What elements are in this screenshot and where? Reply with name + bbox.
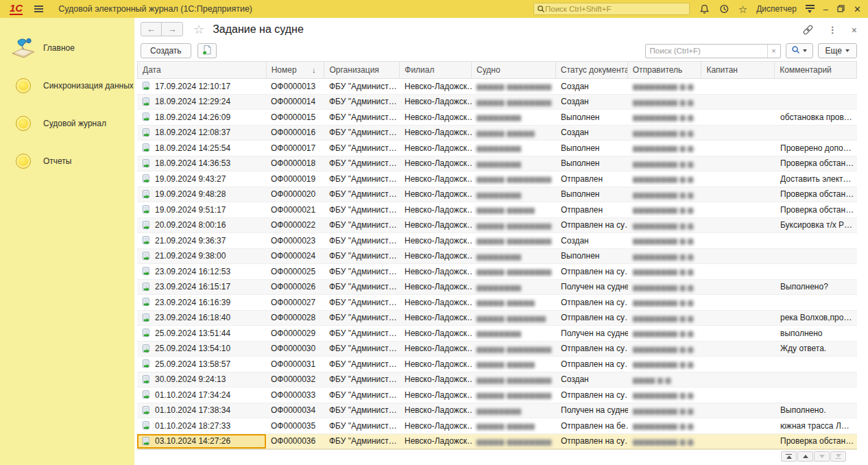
clear-search-icon[interactable]: × [767, 45, 780, 58]
table-row[interactable]: 25.09.2024 13:51:44ОФ0000029ФБУ "Админис… [137, 326, 857, 342]
cell-captain[interactable] [702, 233, 775, 248]
cell-branch[interactable]: Невско-Ладожск… [400, 233, 472, 248]
cell-branch[interactable]: Невско-Ладожск… [400, 388, 472, 403]
cell-comment[interactable] [775, 95, 857, 110]
global-search-box[interactable] [533, 3, 690, 15]
cell-date[interactable]: 18.09.2024 14:36:53 [137, 156, 266, 171]
table-row[interactable]: 23.09.2024 16:15:17ОФ0000026ФБУ "Админис… [137, 280, 857, 296]
cell-vessel[interactable]: ▆▆▆▆▆▆▆▆ [472, 187, 556, 202]
cell-branch[interactable]: Невско-Ладожск… [400, 110, 472, 125]
cell-vessel[interactable]: ▆▆▆▆▆ ▆▆▆▆▆▆▆ [472, 311, 556, 326]
cell-org[interactable]: ФБУ "Админист… [324, 434, 400, 449]
cell-status[interactable]: Выполнен [556, 249, 628, 264]
table-row[interactable]: 25.09.2024 13:58:57ОФ0000031ФБУ "Админис… [137, 357, 857, 372]
cell-branch[interactable]: Невско-Ладожск… [400, 342, 472, 357]
cell-number[interactable]: ОФ0000036 [266, 434, 324, 449]
cell-number[interactable]: ОФ0000027 [266, 295, 324, 310]
cell-number[interactable]: ОФ0000022 [266, 218, 324, 233]
table-row[interactable]: 19.09.2024 9:43:27ОФ0000019ФБУ "Админист… [137, 171, 857, 187]
cell-vessel[interactable]: ▆▆▆▆▆ ▆▆▆▆▆ [472, 126, 556, 141]
cell-vessel[interactable]: ▆▆▆▆▆▆▆▆ [472, 280, 556, 295]
cell-date[interactable]: 23.09.2024 16:15:17 [137, 280, 266, 295]
cell-branch[interactable]: Невско-Ладожск… [400, 434, 472, 449]
cell-date[interactable]: 23.09.2024 16:16:39 [137, 295, 266, 310]
table-row[interactable]: 30.09.2024 9:24:13ОФ0000032ФБУ "Админист… [137, 372, 857, 388]
table-row[interactable]: 17.09.2024 12:10:17ОФ0000013ФБУ "Админис… [137, 79, 857, 95]
cell-captain[interactable] [702, 264, 775, 279]
cell-comment[interactable]: Проверка обстан… [775, 202, 857, 217]
cell-captain[interactable] [702, 280, 775, 295]
cell-sender[interactable]: ▆▆▆▆▆▆▆▆ ▆.▆. [628, 202, 702, 217]
cell-captain[interactable] [702, 326, 775, 341]
cell-branch[interactable]: Невско-Ладожск… [400, 218, 472, 233]
cell-vessel[interactable]: ▆▆▆▆▆ ▆▆▆▆▆▆▆▆ [472, 372, 556, 388]
cell-status[interactable]: Создан [556, 79, 628, 94]
cell-comment[interactable]: Буксировка т/х Р… [775, 218, 857, 233]
cell-branch[interactable]: Невско-Ладожск… [400, 280, 472, 295]
cell-vessel[interactable]: ▆▆▆▆▆▆▆▆ [472, 156, 556, 171]
cell-comment[interactable]: Доставить элект… [775, 171, 857, 187]
table-row[interactable]: 18.09.2024 14:26:09ОФ0000015ФБУ "Админис… [137, 110, 857, 126]
cell-date[interactable]: 03.10.2024 14:27:26 [137, 434, 266, 449]
cell-vessel[interactable]: ▆▆▆▆▆ ▆▆▆▆▆▆▆▆ [472, 233, 556, 248]
cell-org[interactable]: ФБУ "Админист… [324, 326, 400, 341]
column-header-vessel[interactable]: Судно [472, 62, 556, 78]
cell-org[interactable]: ФБУ "Админист… [324, 403, 400, 418]
cell-org[interactable]: ФБУ "Админист… [324, 156, 400, 171]
cell-number[interactable]: ОФ0000024 [266, 249, 324, 264]
column-header-number[interactable]: Номер↓ [267, 62, 325, 78]
table-row[interactable]: 01.10.2024 17:34:24ОФ0000033ФБУ "Админис… [137, 388, 857, 403]
table-row[interactable]: 21.09.2024 9:36:37ОФ0000023ФБУ "Админист… [137, 233, 857, 249]
cell-vessel[interactable]: ▆▆▆▆▆ ▆▆▆▆▆ [472, 202, 556, 217]
cell-comment[interactable]: река Волхов,про… [775, 311, 857, 326]
cell-comment[interactable] [775, 126, 857, 141]
cell-date[interactable]: 20.09.2024 8:00:16 [137, 218, 266, 233]
cell-comment[interactable]: Проверка обстан… [775, 187, 857, 202]
table-row[interactable]: 01.10.2024 18:27:33ОФ0000035ФБУ "Админис… [137, 418, 857, 434]
cell-vessel[interactable]: ▆▆▆▆▆▆▆▆ [472, 326, 556, 341]
column-header-org[interactable]: Организация [324, 62, 400, 78]
cell-sender[interactable]: ▆▆▆▆▆▆▆▆ ▆.▆. [628, 418, 702, 433]
cell-number[interactable]: ОФ0000014 [266, 95, 324, 110]
cell-vessel[interactable]: ▆▆▆▆▆▆▆▆ [472, 110, 556, 125]
cell-captain[interactable] [702, 156, 775, 171]
cell-comment[interactable]: Проверено допо… [775, 141, 857, 156]
cell-sender[interactable]: ▆▆▆▆▆▆▆▆ ▆.▆. [628, 434, 702, 449]
table-row[interactable]: 23.09.2024 16:16:39ОФ0000027ФБУ "Админис… [137, 295, 857, 311]
close-icon[interactable]: ✕ [854, 5, 861, 14]
cell-number[interactable]: ОФ0000015 [266, 110, 324, 125]
cell-sender[interactable]: ▆▆▆▆▆▆▆▆ ▆.▆. [628, 156, 702, 171]
cell-comment[interactable]: Проверка обстан… [775, 434, 857, 449]
cell-status[interactable]: Отправлен на су… [556, 342, 628, 357]
cell-org[interactable]: ФБУ "Админист… [324, 388, 400, 403]
cell-captain[interactable] [702, 95, 775, 110]
cell-vessel[interactable]: ▆▆▆▆▆▆▆▆ [472, 403, 556, 418]
cell-captain[interactable] [702, 218, 775, 233]
cell-status[interactable]: Выполнен [556, 141, 628, 156]
cell-comment[interactable]: обстановка пров… [775, 110, 857, 125]
cell-date[interactable]: 18.09.2024 12:29:24 [137, 95, 266, 110]
cell-status[interactable]: Отправлен на бе… [556, 418, 628, 433]
cell-number[interactable]: ОФ0000026 [266, 280, 324, 295]
cell-org[interactable]: ФБУ "Админист… [324, 95, 400, 110]
column-header-branch[interactable]: Филиал [400, 62, 472, 78]
cell-org[interactable]: ФБУ "Админист… [324, 264, 400, 279]
table-row[interactable]: 21.09.2024 9:38:00ОФ0000024ФБУ "Админист… [137, 249, 857, 265]
cell-sender[interactable]: ▆▆▆▆▆▆▆▆ ▆.▆. [628, 233, 702, 248]
cell-branch[interactable]: Невско-Ладожск… [400, 403, 472, 418]
cell-sender[interactable]: ▆▆▆▆▆▆▆▆ ▆.▆. [628, 171, 702, 187]
cell-status[interactable]: Создан [556, 95, 628, 110]
cell-date[interactable]: 19.09.2024 9:48:28 [137, 187, 266, 202]
cell-vessel[interactable]: ▆▆▆▆▆▆▆▆ [472, 141, 556, 156]
cell-org[interactable]: ФБУ "Админист… [324, 171, 400, 187]
cell-comment[interactable] [775, 249, 857, 264]
cell-status[interactable]: Выполнен [556, 187, 628, 202]
cell-sender[interactable]: ▆▆▆▆▆▆▆▆ ▆.▆. [628, 326, 702, 341]
create-button[interactable]: Создать [141, 43, 191, 58]
cell-branch[interactable]: Невско-Ладожск… [400, 156, 472, 171]
cell-org[interactable]: ФБУ "Админист… [324, 357, 400, 372]
cell-captain[interactable] [702, 202, 775, 217]
cell-vessel[interactable]: ▆▆▆▆▆ ▆▆▆▆▆▆▆▆ [472, 79, 556, 94]
cell-status[interactable]: Отправлен на су… [556, 311, 628, 326]
cell-sender[interactable]: ▆▆▆▆▆▆▆▆ ▆.▆. [628, 187, 702, 202]
